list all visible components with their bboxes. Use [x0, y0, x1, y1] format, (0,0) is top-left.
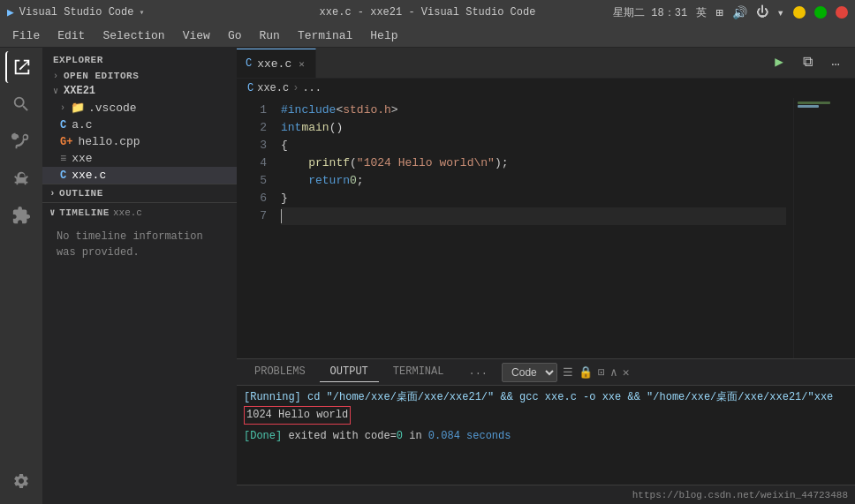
tab-xxec[interactable]: C xxe.c ✕ — [237, 49, 316, 78]
tab-c-icon: C — [246, 57, 252, 70]
exe-icon: ≡ — [60, 153, 66, 165]
project-chevron: ∨ — [53, 86, 58, 96]
menu-view[interactable]: View — [176, 27, 217, 44]
menu-edit[interactable]: Edit — [50, 27, 92, 44]
output-done-text: exited with code= — [288, 430, 396, 442]
run-button[interactable]: ▶ — [767, 49, 791, 74]
panel-tab-problems[interactable]: PROBLEMS — [244, 362, 316, 382]
vscode-chevron: › — [60, 103, 65, 113]
datetime: 星期二 18：31 — [613, 5, 687, 20]
main-layout: EXPLORER › OPEN EDITORS ∨ XXE21 › 📁 .vsc… — [0, 48, 855, 504]
panel-copy-icon[interactable]: ⊡ — [598, 365, 605, 380]
file-xxec-label: xxe.c — [72, 169, 106, 182]
breadcrumb-filename: xxe.c — [257, 82, 289, 94]
output-hello-world: 1024 Hello world — [244, 406, 351, 425]
top-icon-arrow: ▾ — [777, 5, 784, 20]
tab-bar: C xxe.c ✕ ▶ ⧉ … — [237, 48, 855, 79]
menu-selection[interactable]: Selection — [95, 27, 171, 44]
minimap-content — [794, 98, 855, 112]
code-line-5: return 0; — [281, 172, 786, 190]
explorer-title: EXPLORER — [42, 48, 237, 69]
maximize-button[interactable] — [814, 6, 827, 19]
tab-filename: xxe.c — [257, 57, 291, 71]
activity-settings[interactable] — [5, 465, 37, 497]
line-num-3: 3 — [237, 137, 267, 154]
line-numbers: 1 2 3 4 5 6 7 — [237, 98, 274, 358]
timeline-filename: xxe.c — [113, 207, 142, 218]
file-xxec[interactable]: C xxe.c — [42, 167, 237, 184]
window-title: xxe.c - xxe21 - Visual Studio Code — [320, 6, 536, 19]
vscode-label: .vscode — [88, 102, 137, 115]
activity-source-control[interactable] — [5, 125, 37, 157]
output-hello-line: 1024 Hello world — [244, 406, 848, 425]
menu-go[interactable]: Go — [221, 27, 249, 44]
panel-tab-more[interactable]: ... — [458, 362, 498, 382]
line-num-4: 4 — [237, 154, 267, 172]
output-done-line: [Done] exited with code=0 in 0.084 secon… — [244, 428, 848, 445]
panel-close-icon[interactable]: ✕ — [623, 365, 630, 380]
menu-run[interactable]: Run — [252, 27, 286, 44]
open-editors-chevron: › — [53, 71, 58, 81]
menu-arrow-icon: ▾ — [139, 7, 144, 18]
file-ac[interactable]: C a.c — [42, 117, 237, 133]
footer-link[interactable]: https://blog.csdn.net/weixin_44723488 — [632, 490, 848, 500]
menu-terminal[interactable]: Terminal — [291, 27, 359, 44]
minimize-button[interactable] — [793, 6, 806, 19]
top-icon-1: ⊞ — [715, 5, 723, 20]
minimap-line-1 — [798, 102, 830, 104]
file-xxe[interactable]: ≡ xxe — [42, 150, 237, 167]
top-icon-power: ⏻ — [756, 5, 768, 19]
vsc-logo-icon: ▶ — [7, 5, 14, 19]
top-icon-2: 🔊 — [732, 5, 747, 20]
code-content[interactable]: #include<stdio.h> int main() { printf("1… — [274, 98, 793, 358]
close-button[interactable] — [836, 6, 848, 19]
menu-help[interactable]: Help — [363, 27, 405, 44]
output-running-text: [Running] cd "/home/xxe/桌面/xxe/xxe21/" &… — [244, 391, 833, 403]
activity-search[interactable] — [5, 88, 37, 120]
panel-list-icon[interactable]: ☰ — [563, 365, 573, 380]
output-done-in: in — [403, 430, 428, 442]
outline-chevron: › — [49, 188, 56, 199]
line-num-5: 5 — [237, 172, 267, 190]
menu-bar: File Edit Selection View Go Run Terminal… — [0, 25, 855, 48]
panel-lock-icon[interactable]: 🔒 — [579, 365, 593, 380]
file-hellocpp-label: hello.cpp — [78, 135, 140, 148]
project-folder[interactable]: ∨ XXE21 — [42, 83, 237, 99]
split-editor-button[interactable]: ⧉ — [795, 49, 820, 74]
line-num-6: 6 — [237, 190, 267, 207]
timeline-label: TIMELINE — [59, 207, 110, 218]
output-time-val: 0.084 seconds — [428, 430, 511, 442]
panel-tab-output[interactable]: OUTPUT — [320, 362, 379, 382]
sidebar: EXPLORER › OPEN EDITORS ∨ XXE21 › 📁 .vsc… — [42, 48, 237, 504]
timeline-header[interactable]: ∨ TIMELINE xxe.c — [42, 203, 237, 222]
open-editors-section[interactable]: › OPEN EDITORS — [42, 69, 237, 83]
tab-actions: ▶ ⧉ … — [767, 49, 855, 78]
activity-extensions[interactable] — [5, 199, 37, 231]
vscode-folder[interactable]: › 📁 .vscode — [42, 99, 237, 117]
file-ac-label: a.c — [72, 118, 92, 132]
activity-debug[interactable] — [5, 162, 37, 194]
code-editor[interactable]: 1 2 3 4 5 6 7 #include<stdio.h> int main… — [237, 98, 855, 358]
panel-right-controls: Code ☰ 🔒 ⊡ ∧ ✕ — [502, 363, 629, 382]
panel-tab-terminal[interactable]: TERMINAL — [382, 362, 455, 382]
file-hellocpp[interactable]: G+ hello.cpp — [42, 133, 237, 150]
editor-area: C xxe.c ✕ ▶ ⧉ … C xxe.c › ... 1 2 3 4 — [237, 48, 855, 504]
output-running-line: [Running] cd "/home/xxe/桌面/xxe/xxe21/" &… — [244, 389, 848, 406]
outline-header[interactable]: › OUTLINE — [42, 184, 237, 202]
outline-section: › OUTLINE — [42, 184, 237, 202]
timeline-chevron: ∨ — [49, 207, 56, 218]
activity-explorer[interactable] — [5, 51, 37, 83]
more-actions-button[interactable]: … — [823, 49, 848, 74]
tab-close-icon[interactable]: ✕ — [297, 56, 306, 71]
panel-dropdown[interactable]: Code — [502, 363, 557, 382]
panel-up-icon[interactable]: ∧ — [610, 365, 617, 380]
panel-area: PROBLEMS OUTPUT TERMINAL ... Code ☰ 🔒 ⊡ … — [237, 358, 855, 504]
c-icon-ac: C — [60, 119, 66, 132]
menu-file[interactable]: File — [5, 27, 47, 44]
no-timeline-text: No timeline information was provided. — [42, 222, 237, 267]
output-done-bracket: [Done] — [244, 430, 288, 442]
code-line-1: #include<stdio.h> — [281, 102, 786, 119]
c-icon-xxec: C — [60, 169, 66, 182]
line-num-1: 1 — [237, 102, 267, 119]
code-line-6: } — [281, 190, 786, 207]
